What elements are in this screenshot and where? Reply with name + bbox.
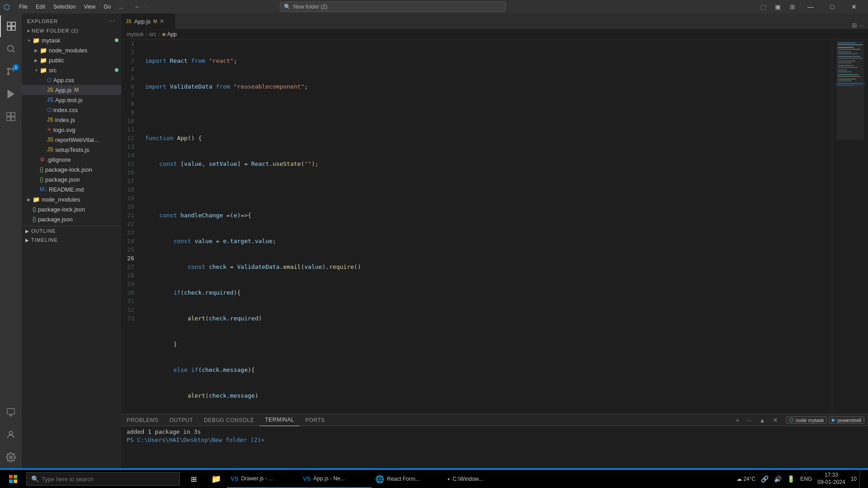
- tree-item-indexjs[interactable]: JS index.js: [22, 115, 121, 125]
- show-desktop-button[interactable]: [859, 470, 866, 488]
- code-editor[interactable]: import React from "react"; import Valida…: [142, 39, 832, 414]
- tree-item-readme[interactable]: M↓ README.md: [22, 184, 121, 194]
- editor-actions: ⊞ ···: [848, 22, 868, 29]
- menu-go[interactable]: Go: [100, 3, 114, 11]
- ln-24: 24: [121, 237, 138, 245]
- task-view-btn[interactable]: ⊞: [183, 470, 204, 488]
- taskbar-search-bar[interactable]: 🔍: [26, 472, 180, 486]
- tree-item-node-modules[interactable]: ▶ 📁 node_modules: [22, 45, 121, 55]
- tray-clock[interactable]: 17:33 09-01-2024: [815, 470, 848, 488]
- timeline-header[interactable]: ▶ TIMELINE: [22, 235, 121, 244]
- panel-tab-terminal[interactable]: TERMINAL: [259, 414, 300, 426]
- more-actions-icon[interactable]: ···: [859, 22, 864, 29]
- breadcrumb-src[interactable]: src: [149, 31, 156, 38]
- tab-close-button[interactable]: ✕: [160, 18, 164, 24]
- menu-selection[interactable]: Selection: [50, 3, 79, 11]
- panel-tab-ports[interactable]: PORTS: [300, 414, 330, 426]
- folder-icon: 📁: [33, 196, 40, 203]
- title-search[interactable]: 🔍 New folder (2): [280, 2, 506, 12]
- terminal-content[interactable]: added 1 package in 3s PS C:\Users\HAI\De…: [121, 426, 868, 468]
- tree-item-mytask[interactable]: ▾ 📁 mytask: [22, 35, 121, 45]
- svg-rect-41: [9, 479, 13, 483]
- folder-icon: 📁: [40, 67, 47, 74]
- outline-header[interactable]: ▶ OUTLINE: [22, 226, 121, 235]
- tree-item-appjs[interactable]: JS App.js M: [22, 85, 121, 95]
- activity-remote[interactable]: [0, 401, 22, 423]
- vscode-taskbar-1[interactable]: VS Drawer.js - ...: [227, 470, 299, 488]
- nav-forward[interactable]: →: [143, 3, 150, 10]
- cmd-taskbar[interactable]: ▪ C:\Window...: [444, 470, 516, 488]
- menu-more[interactable]: ...: [115, 3, 127, 11]
- panel-tab-output[interactable]: OUTPUT: [164, 414, 198, 426]
- activity-settings[interactable]: [0, 446, 22, 468]
- menu-view[interactable]: View: [80, 3, 99, 11]
- tree-item-appcss[interactable]: ⬡ App.css: [22, 75, 121, 85]
- minimize-button[interactable]: —: [800, 0, 821, 14]
- breadcrumb-root[interactable]: mytask: [127, 31, 144, 38]
- menu-edit[interactable]: Edit: [32, 3, 49, 11]
- tray-weather[interactable]: ☁ 24°C: [734, 470, 758, 488]
- powershell-terminal[interactable]: ▶ powershell: [829, 416, 864, 424]
- tray-notifications[interactable]: 10: [848, 470, 859, 488]
- tree-item-setuptests[interactable]: JS setupTests.js: [22, 145, 121, 155]
- terminal-cursor: █: [268, 436, 272, 443]
- tree-item-gitignore[interactable]: ⚙ .gitignore: [22, 155, 121, 164]
- activity-explorer[interactable]: [0, 15, 22, 37]
- start-button[interactable]: [2, 470, 24, 488]
- tree-item-node-modules2[interactable]: ▶ 📁 node_modules: [22, 194, 121, 204]
- chrome-taskbar[interactable]: 🌐 React Form...: [372, 470, 444, 488]
- layout-btn3[interactable]: ⊞: [786, 0, 799, 14]
- tree-item-packagejson2[interactable]: {} package.json: [22, 214, 121, 224]
- file-explorer-taskbar[interactable]: 📁: [205, 470, 227, 488]
- tree-item-reportweb[interactable]: JS reportWebVital...: [22, 135, 121, 145]
- tree-item-packagelock[interactable]: {} package-lock.json: [22, 164, 121, 174]
- activity-extensions[interactable]: [0, 106, 22, 127]
- tray-battery[interactable]: 🔋: [784, 470, 797, 488]
- ln-28: 28: [121, 271, 138, 280]
- panel-more-btn[interactable]: ···: [744, 416, 755, 425]
- tray-volume[interactable]: 🔊: [771, 470, 784, 488]
- maximize-button[interactable]: □: [822, 0, 843, 14]
- sidebar-more[interactable]: ···: [108, 17, 116, 25]
- root-folder-label[interactable]: ▾ NEW FOLDER (2): [22, 27, 121, 35]
- panel-close-btn[interactable]: ✕: [770, 416, 781, 425]
- tree-item-public[interactable]: ▶ 📁 public: [22, 55, 121, 65]
- split-editor-icon[interactable]: ⊞: [852, 22, 857, 29]
- panel-tab-problems[interactable]: PROBLEMS: [121, 414, 164, 426]
- nav-back[interactable]: ←: [134, 3, 141, 10]
- search-icon: 🔍: [31, 475, 39, 483]
- layout-btn2[interactable]: ▣: [771, 0, 785, 14]
- panel-maximize-btn[interactable]: ▲: [756, 416, 768, 425]
- tab-appjs[interactable]: JS App.js M ✕: [121, 14, 175, 29]
- svg-rect-32: [838, 74, 858, 75]
- activity-source-control[interactable]: 1: [0, 61, 22, 82]
- ln-29: 29: [121, 280, 138, 288]
- close-button[interactable]: ✕: [844, 0, 864, 14]
- menu-file[interactable]: File: [15, 3, 31, 11]
- activity-account[interactable]: [0, 424, 22, 446]
- ln-27: 27: [121, 263, 138, 271]
- panel-tab-debug[interactable]: DEBUG CONSOLE: [198, 414, 259, 426]
- node-terminal[interactable]: ⬡ node mytask: [786, 416, 827, 424]
- tree-item-packagelock2[interactable]: {} package-lock.json: [22, 204, 121, 214]
- tree-item-logosvg[interactable]: ✳ logo.svg: [22, 125, 121, 135]
- breadcrumb-symbol[interactable]: ⊕ App: [162, 31, 177, 38]
- chevron-down-icon: ▾: [33, 68, 40, 73]
- tree-item-indexcss[interactable]: ⬡ index.css: [22, 105, 121, 115]
- chrome-label: React Form...: [387, 476, 420, 482]
- terminal-instances: ⬡ node mytask ▶ powershell: [786, 416, 868, 424]
- tree-item-src[interactable]: ▾ 📁 src: [22, 65, 121, 75]
- activity-search[interactable]: [0, 38, 22, 60]
- activity-run[interactable]: [0, 83, 22, 105]
- layout-btn1[interactable]: ⬚: [757, 0, 770, 14]
- panel-add-btn[interactable]: +: [733, 416, 742, 425]
- tree-item-apptest[interactable]: JS App.test.js: [22, 95, 121, 105]
- svg-rect-3: [12, 27, 15, 30]
- tray-network[interactable]: 🔗: [758, 470, 771, 488]
- vscode-taskbar-2[interactable]: VS App.js - Ne...: [299, 470, 372, 488]
- tree-item-packagejson[interactable]: {} package.json: [22, 174, 121, 184]
- tray-language[interactable]: ENG: [797, 470, 815, 488]
- taskbar-search-input[interactable]: [42, 476, 175, 483]
- ln-15: 15: [121, 160, 138, 168]
- code-line-5: const [value, setValue] = React.useState…: [145, 160, 832, 168]
